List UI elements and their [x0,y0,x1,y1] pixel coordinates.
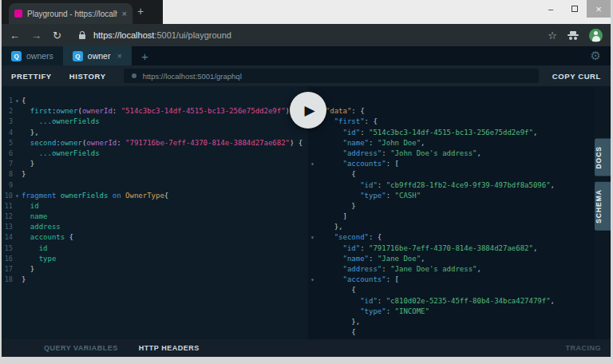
code-line: 6 ...ownerFields [2,148,308,159]
fold-arrow-icon[interactable]: ▾ [13,96,22,106]
code-line: ▾{ [308,96,595,106]
fold-spacer [308,338,317,339]
profile-avatar[interactable] [589,29,603,42]
reload-icon[interactable]: ↻ [53,30,61,41]
code-line: 7 } [2,159,308,169]
fold-spacer [13,138,22,148]
playground-tabbar: Q owners Q owner × + ⚙ [2,46,611,65]
address-bar[interactable]: https://localhost:5001/ui/playground [93,30,536,40]
fold-spacer [13,232,22,243]
code-line: 10▾fragment ownerFields on OwnerType{ [2,191,308,201]
back-icon[interactable]: ← [10,30,20,41]
code-line: }, [308,317,595,327]
code-line: } [308,201,595,212]
code-line: "type": "CASH" [308,191,595,201]
code-line: }, [308,222,595,232]
endpoint-url: https://localhost:5001/graphql [143,72,242,81]
tracing-tab[interactable]: TRACING [566,344,602,352]
fold-spacer [308,254,317,264]
code-line: 3 ...ownerFields [2,117,308,127]
playground-tab-owner[interactable]: Q owner × [63,46,132,65]
docs-tab[interactable]: DOCS [595,139,611,176]
code-line: ▾ "first": { [308,117,595,127]
code-line: "id": "4955d973-cb70-40f1-ac10-c3d52ec43… [308,338,595,339]
schema-tab[interactable]: SCHEMA [595,182,611,231]
fold-spacer [308,285,317,295]
code-line: { [308,169,595,180]
query-variables-tab[interactable]: QUERY VARIABLES [44,344,118,352]
playground-toolbar: PRETTIFY HISTORY https://localhost:5001/… [2,65,611,86]
fold-spacer [13,180,22,191]
fold-arrow-icon[interactable]: ▾ [308,275,317,285]
bottom-panel-bar: QUERY VARIABLES HTTP HEADERS TRACING [2,339,611,357]
tab-strip: Playground - https://localhost:50 × + [2,0,163,24]
endpoint-input[interactable]: https://localhost:5001/graphql [124,69,539,83]
prettify-button[interactable]: PRETTIFY [11,72,52,81]
history-button[interactable]: HISTORY [69,72,106,81]
endpoint-status-dot [132,73,136,78]
browser-tab[interactable]: Playground - https://localhost:50 × [9,3,132,24]
incognito-icon [568,31,579,40]
tab-close-icon[interactable]: × [122,9,127,18]
code-line: 9 [2,180,308,191]
navbar-right: ☆ [548,29,603,42]
browser-tab-title: Playground - https://localhost:50 [27,10,117,18]
fold-spacer [308,243,317,254]
code-line: ▾ "accounts": [ [308,159,595,169]
https-lock-icon [79,34,85,39]
code-line: 11 id [2,201,308,212]
fold-spacer [13,243,22,254]
fold-spacer [308,222,317,232]
fold-spacer [13,169,22,180]
fold-arrow-icon[interactable]: ▾ [13,191,22,201]
code-line: 18} [2,275,308,285]
code-line: 1▾{ [2,96,308,106]
playground-new-tab-button[interactable]: + [141,49,148,63]
new-tab-button[interactable]: + [137,6,144,17]
playground-tab-owners[interactable]: Q owners [2,46,63,65]
browser-window: Playground - https://localhost:50 × + – … [2,0,611,357]
fold-spacer [308,128,317,138]
fold-spacer [308,169,317,180]
fold-spacer [13,222,22,232]
code-line: 2 first:owner(ownerId: "514c3bc3-14df-45… [2,106,308,117]
fold-spacer [13,254,22,264]
code-line: "address": "John Doe's address", [308,148,595,159]
side-rail: DOCS SCHEMA [595,86,611,339]
forward-icon[interactable]: → [31,30,42,41]
play-icon: ▶ [304,102,314,119]
minimize-button[interactable]: – [539,0,563,18]
fold-spacer [308,138,317,148]
playground-tab-close-icon[interactable]: × [117,51,121,61]
fold-spacer [308,327,317,338]
code-line: 16 type [2,254,308,264]
code-line: 5 second:owner(ownerId: "791716be-7eff-4… [2,138,308,148]
http-headers-tab[interactable]: HTTP HEADERS [139,344,200,352]
code-line: "data": { [308,106,595,117]
fold-spacer [13,148,22,159]
settings-gear-icon[interactable]: ⚙ [591,49,601,61]
maximize-button[interactable] [563,0,587,18]
graphql-playground: Q owners Q owner × + ⚙ PRETTIFY HISTORY … [2,46,611,357]
fold-spacer [13,201,22,212]
fold-spacer [308,201,317,212]
url-path: :5001/ui/playground [154,30,231,40]
code-line: ] [308,212,595,222]
fold-spacer [13,264,22,275]
bookmark-star-icon[interactable]: ☆ [548,30,557,41]
code-line: 12 name [2,212,308,222]
browser-navbar: ← → ↻ https://localhost:5001/ui/playgrou… [2,24,611,46]
execute-query-button[interactable]: ▶ [290,92,326,129]
query-badge: Q [11,51,22,61]
query-editor[interactable]: 1▾{2 first:owner(ownerId: "514c3bc3-14df… [2,86,308,339]
fold-spacer [308,180,317,191]
fold-arrow-icon[interactable]: ▾ [308,159,317,169]
code-line: { [308,327,595,338]
fold-spacer [308,264,317,275]
code-line: 15 id [2,243,308,254]
copy-curl-button[interactable]: COPY CURL [552,72,601,81]
fold-spacer [308,191,317,201]
close-button[interactable]: × [587,0,611,18]
fold-arrow-icon[interactable]: ▾ [308,232,317,243]
playground-favicon [14,10,22,18]
